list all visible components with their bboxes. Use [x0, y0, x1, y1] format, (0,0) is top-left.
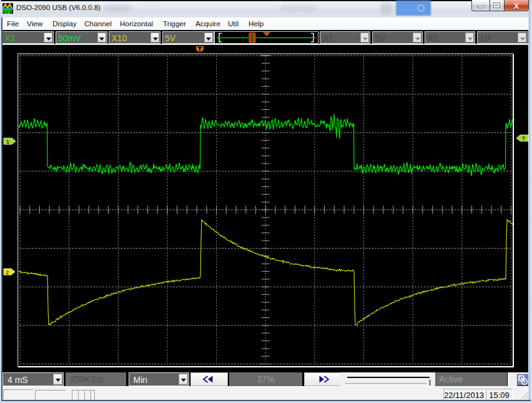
svg-text:1: 1 — [6, 139, 9, 145]
svg-text:T: T — [522, 136, 526, 142]
svg-text:2: 2 — [6, 269, 9, 276]
